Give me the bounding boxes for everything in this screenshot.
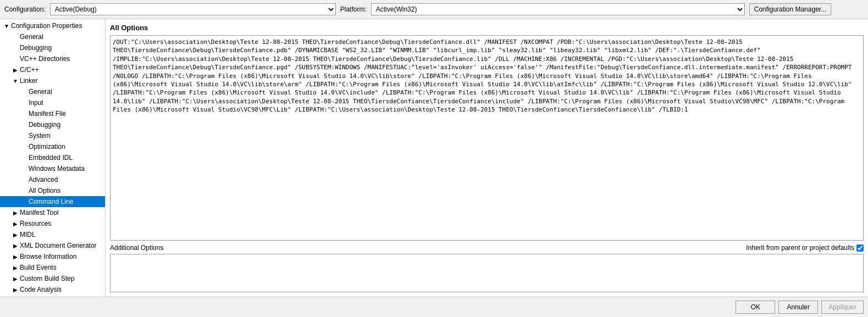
inherit-label: Inherit from parent or project defaults: [746, 244, 854, 252]
tree-label-custom-build-step: Custom Build Step: [20, 275, 74, 282]
tree-label-linker-all-options: All Options: [29, 187, 60, 194]
tree-expander-linker-windows-metadata: [20, 164, 29, 173]
top-bar: Configuration: Active(Debug) Platform: A…: [0, 0, 868, 19]
tree-item-vc-dirs[interactable]: VC++ Directories: [0, 53, 105, 64]
tree-label-linker-embedded-idl: Embedded IDL: [29, 154, 73, 162]
tree-item-resources[interactable]: ▶Resources: [0, 218, 105, 229]
tree-item-linker[interactable]: ▼Linker: [0, 75, 105, 86]
tree-item-linker-system[interactable]: System: [0, 130, 105, 141]
tree-expander-cpp[interactable]: ▶: [11, 65, 20, 74]
cancel-button[interactable]: Annuler: [778, 301, 818, 314]
tree-expander-vc-dirs: [11, 54, 20, 63]
tree-item-config-props[interactable]: ▼Configuration Properties: [0, 20, 105, 31]
tree-expander-build-events[interactable]: ▶: [11, 263, 20, 272]
tree-item-linker-input[interactable]: Input: [0, 97, 105, 108]
additional-options-label: Additional Options: [110, 244, 163, 252]
tree-expander-linker-embedded-idl: [20, 153, 29, 162]
tree-item-general[interactable]: General: [0, 31, 105, 42]
tree-item-linker-debugging[interactable]: Debugging: [0, 119, 105, 130]
tree-label-linker-command-line: Command Line: [29, 198, 73, 205]
tree-panel: ▼Configuration PropertiesGeneralDebuggin…: [0, 19, 106, 297]
tree-label-debugging-top: Debugging: [20, 44, 52, 52]
tree-expander-config-props[interactable]: ▼: [2, 21, 11, 30]
tree-expander-linker-input: [20, 98, 29, 107]
tree-expander-linker[interactable]: ▼: [11, 76, 20, 85]
options-textarea[interactable]: [110, 35, 864, 241]
tree-label-linker-manifest: Manifest File: [29, 110, 66, 118]
tree-expander-linker-system: [20, 131, 29, 140]
tree-item-browse-info[interactable]: ▶Browse Information: [0, 251, 105, 262]
tree-expander-browse-info[interactable]: ▶: [11, 252, 20, 261]
tree-item-linker-optimization[interactable]: Optimization: [0, 141, 105, 152]
section-title: All Options: [110, 24, 864, 32]
config-label: Configuration:: [4, 5, 46, 13]
tree-label-cpp: C/C++: [20, 66, 39, 74]
tree-item-custom-build-step[interactable]: ▶Custom Build Step: [0, 273, 105, 284]
tree-label-linker: Linker: [20, 77, 38, 85]
tree-label-linker-optimization: Optimization: [29, 143, 65, 151]
ok-button[interactable]: OK: [736, 301, 775, 314]
tree-item-linker-manifest[interactable]: Manifest File: [0, 108, 105, 119]
content-panel: All Options Additional Options Inherit f…: [106, 19, 868, 297]
apply-button[interactable]: Appliquer: [821, 301, 864, 314]
tree-expander-linker-manifest: [20, 109, 29, 118]
platform-select[interactable]: Active(Win32): [371, 3, 745, 15]
tree-label-xml-doc-gen: XML Document Generator: [20, 242, 97, 249]
tree-item-debugging-top[interactable]: Debugging: [0, 42, 105, 53]
tree-expander-midl[interactable]: ▶: [11, 230, 20, 239]
tree-label-linker-system: System: [29, 132, 51, 140]
tree-item-linker-embedded-idl[interactable]: Embedded IDL: [0, 152, 105, 163]
platform-label: Platform:: [340, 5, 367, 13]
tree-expander-linker-optimization: [20, 142, 29, 151]
tree-label-config-props: Configuration Properties: [11, 22, 82, 30]
inherit-checkbox[interactable]: [856, 244, 864, 252]
tree-label-midl: MIDL: [20, 231, 36, 238]
additional-textarea[interactable]: [110, 254, 864, 292]
tree-expander-linker-general: [20, 87, 29, 96]
tree-label-resources: Resources: [20, 220, 51, 227]
tree-expander-resources[interactable]: ▶: [11, 219, 20, 228]
tree-label-linker-debugging: Debugging: [29, 121, 60, 129]
tree-label-code-analysis: Code Analysis: [20, 286, 62, 293]
additional-options-header: Additional Options Inherit from parent o…: [110, 244, 864, 252]
tree-label-linker-windows-metadata: Windows Metadata: [29, 165, 85, 173]
tree-item-linker-general[interactable]: General: [0, 86, 105, 97]
inherit-checkbox-area: Inherit from parent or project defaults: [746, 244, 864, 252]
tree-item-build-events[interactable]: ▶Build Events: [0, 262, 105, 273]
tree-label-vc-dirs: VC++ Directories: [20, 55, 70, 63]
tree-item-linker-windows-metadata[interactable]: Windows Metadata: [0, 163, 105, 174]
tree-expander-xml-doc-gen[interactable]: ▶: [11, 241, 20, 250]
tree-label-build-events: Build Events: [20, 264, 57, 271]
config-manager-button[interactable]: Configuration Manager...: [749, 3, 831, 15]
tree-label-general: General: [20, 33, 43, 41]
tree-expander-manifest-tool[interactable]: ▶: [11, 208, 20, 217]
additional-options-section: Additional Options Inherit from parent o…: [110, 244, 864, 292]
tree-expander-debugging-top: [11, 43, 20, 52]
bottom-bar: OK Annuler Appliquer: [0, 297, 868, 316]
tree-item-linker-command-line[interactable]: Command Line: [0, 196, 105, 207]
tree-label-linker-general: General: [29, 88, 52, 96]
tree-item-cpp[interactable]: ▶C/C++: [0, 64, 105, 75]
tree-expander-custom-build-step[interactable]: ▶: [11, 274, 20, 283]
tree-item-manifest-tool[interactable]: ▶Manifest Tool: [0, 207, 105, 218]
tree-label-browse-info: Browse Information: [20, 253, 76, 260]
main-content: ▼Configuration PropertiesGeneralDebuggin…: [0, 19, 868, 297]
tree-item-midl[interactable]: ▶MIDL: [0, 229, 105, 240]
tree-label-linker-input: Input: [29, 99, 43, 107]
tree-expander-linker-command-line: [20, 197, 29, 206]
tree-expander-code-analysis[interactable]: ▶: [11, 285, 20, 294]
tree-item-xml-doc-gen[interactable]: ▶XML Document Generator: [0, 240, 105, 251]
tree-label-linker-advanced: Advanced: [29, 176, 58, 183]
tree-expander-general: [11, 32, 20, 41]
tree-expander-linker-all-options: [20, 186, 29, 195]
tree-label-manifest-tool: Manifest Tool: [20, 209, 58, 216]
tree-item-code-analysis[interactable]: ▶Code Analysis: [0, 284, 105, 295]
tree-expander-linker-advanced: [20, 175, 29, 184]
tree-item-linker-advanced[interactable]: Advanced: [0, 174, 105, 185]
tree-expander-linker-debugging: [20, 120, 29, 129]
config-select[interactable]: Active(Debug): [50, 3, 336, 15]
tree-item-linker-all-options[interactable]: All Options: [0, 185, 105, 196]
